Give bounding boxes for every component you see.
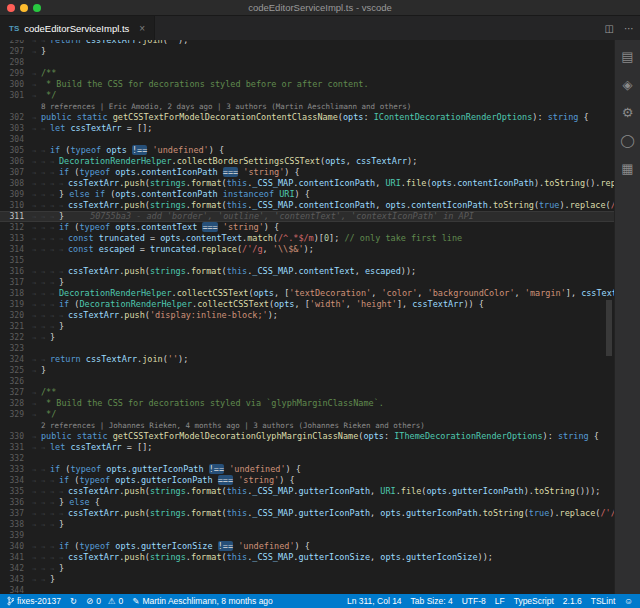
explorer-icon[interactable]: ▤ bbox=[621, 50, 633, 63]
line-number[interactable]: 315 bbox=[0, 255, 24, 266]
code-row[interactable]: 302→public static getCSSTextForModelDeco… bbox=[0, 112, 614, 123]
code-row[interactable]: 297→} bbox=[0, 46, 614, 57]
code-row[interactable]: 311→→→}50755ba3 - add 'border', 'outline… bbox=[0, 211, 614, 222]
sync-button[interactable]: ↻ bbox=[70, 596, 77, 606]
code-row[interactable]: 341→→→→cssTextArr.push(strings.format(th… bbox=[0, 552, 614, 563]
code-row[interactable]: 321→→→} bbox=[0, 321, 614, 332]
line-number[interactable]: 323 bbox=[0, 343, 24, 354]
code-row[interactable]: 308→→→→cssTextArr.push(strings.format(th… bbox=[0, 178, 614, 189]
code-row[interactable]: 304 bbox=[0, 134, 614, 145]
code-row[interactable]: 325→} bbox=[0, 365, 614, 376]
code-row[interactable]: 326 bbox=[0, 376, 614, 387]
line-number[interactable]: 310 bbox=[0, 200, 24, 211]
more-actions-icon[interactable]: ⋯ bbox=[624, 23, 634, 34]
line-number[interactable]: 342 bbox=[0, 563, 24, 574]
eol-item[interactable]: LF bbox=[495, 596, 505, 606]
line-number[interactable]: 304 bbox=[0, 134, 24, 145]
git-branch-item[interactable]: fixes-20137 bbox=[7, 596, 61, 606]
code-row[interactable]: 320→→→→cssTextArr.push('display:inline-b… bbox=[0, 310, 614, 321]
close-tab-icon[interactable]: × bbox=[139, 23, 145, 34]
code-row[interactable]: 338→→→} bbox=[0, 519, 614, 530]
line-number[interactable]: 303 bbox=[0, 123, 24, 134]
tab-codeeditorserviceimpl[interactable]: TS codeEditorServiceImpl.ts × bbox=[0, 16, 155, 40]
code-row[interactable]: 323 bbox=[0, 343, 614, 354]
line-number[interactable]: 328 bbox=[0, 398, 24, 409]
code-row[interactable]: 305→→if (typeof opts !== 'undefined') { bbox=[0, 145, 614, 156]
code-row[interactable]: 315 bbox=[0, 255, 614, 266]
zoom-window-button[interactable] bbox=[33, 4, 41, 12]
codelens-text[interactable]: 2 references | Johannes Rieken, 4 months… bbox=[24, 420, 614, 431]
code-row[interactable]: 309→→→} else if (opts.contentIconPath in… bbox=[0, 189, 614, 200]
line-number[interactable]: 326 bbox=[0, 376, 24, 387]
code-row[interactable]: 329→ */ bbox=[0, 409, 614, 420]
line-number[interactable]: 322 bbox=[0, 332, 24, 343]
encoding-item[interactable]: UTF-8 bbox=[462, 596, 486, 606]
code-row[interactable]: 312→→→if (typeof opts.contentText === 's… bbox=[0, 222, 614, 233]
code-row[interactable]: 335→→→→cssTextArr.push(strings.format(th… bbox=[0, 486, 614, 497]
feedback-smiley-icon[interactable]: ☺ bbox=[624, 596, 633, 606]
line-number[interactable]: 335 bbox=[0, 486, 24, 497]
split-editor-icon[interactable]: ◫ bbox=[605, 23, 614, 34]
code-row[interactable]: 322→→} bbox=[0, 332, 614, 343]
scrollbar-thumb[interactable] bbox=[606, 300, 612, 356]
line-number[interactable]: 327 bbox=[0, 387, 24, 398]
codelens-text[interactable]: 8 references | Eric Amodio, 2 days ago |… bbox=[24, 101, 614, 112]
editor-scrollbar[interactable] bbox=[604, 40, 614, 594]
line-number[interactable]: 331 bbox=[0, 442, 24, 453]
line-number[interactable]: 336 bbox=[0, 497, 24, 508]
code-row[interactable]: 324→→return cssTextArr.join(''); bbox=[0, 354, 614, 365]
code-row[interactable]: 328→ * Build the CSS for decorations sty… bbox=[0, 398, 614, 409]
code-row[interactable]: 306→→→DecorationRenderHelper.collectBord… bbox=[0, 156, 614, 167]
code-row[interactable]: 342→→→} bbox=[0, 563, 614, 574]
code-row[interactable]: 310→→→→cssTextArr.push(strings.format(th… bbox=[0, 200, 614, 211]
line-number[interactable]: 305 bbox=[0, 145, 24, 156]
line-number[interactable]: 318 bbox=[0, 288, 24, 299]
code-row[interactable]: 301→ */ bbox=[0, 90, 614, 101]
code-row[interactable]: 334→→→if (typeof opts.gutterIconPath ===… bbox=[0, 475, 614, 486]
line-number[interactable]: 332 bbox=[0, 453, 24, 464]
line-number[interactable]: 330 bbox=[0, 431, 24, 442]
line-number[interactable]: 321 bbox=[0, 321, 24, 332]
line-number[interactable]: 338 bbox=[0, 519, 24, 530]
line-number[interactable]: 344 bbox=[0, 585, 24, 594]
code-row[interactable]: 300→ * Build the CSS for decorations sty… bbox=[0, 79, 614, 90]
line-number[interactable]: 316 bbox=[0, 266, 24, 277]
line-number[interactable]: 314 bbox=[0, 244, 24, 255]
codelens-row[interactable]: 8 references | Eric Amodio, 2 days ago |… bbox=[0, 101, 614, 112]
indentation-item[interactable]: Tab Size: 4 bbox=[411, 596, 453, 606]
line-number[interactable]: 306 bbox=[0, 156, 24, 167]
line-number[interactable]: 329 bbox=[0, 409, 24, 420]
line-number[interactable] bbox=[0, 101, 24, 112]
code-row[interactable]: 303→→let cssTextArr = []; bbox=[0, 123, 614, 134]
code-row[interactable]: 319→→→if (DecorationRenderHelper.collect… bbox=[0, 299, 614, 310]
line-number[interactable]: 337 bbox=[0, 508, 24, 519]
code-row[interactable]: 336→→→} else { bbox=[0, 497, 614, 508]
line-number[interactable]: 298 bbox=[0, 57, 24, 68]
cursor-position-item[interactable]: Ln 311, Col 14 bbox=[347, 596, 402, 606]
code-row[interactable]: 339 bbox=[0, 530, 614, 541]
extensions-icon[interactable]: ▦ bbox=[621, 162, 633, 175]
line-number[interactable]: 301 bbox=[0, 90, 24, 101]
code-row[interactable]: 316→→→→cssTextArr.push(strings.format(th… bbox=[0, 266, 614, 277]
code-row[interactable]: 333→→if (typeof opts.gutterIconPath !== … bbox=[0, 464, 614, 475]
line-number[interactable]: 309 bbox=[0, 189, 24, 200]
line-number[interactable] bbox=[0, 420, 24, 431]
settings-gear-icon[interactable]: ⚙ bbox=[622, 106, 634, 119]
code-row[interactable]: 299→/** bbox=[0, 68, 614, 79]
tslint-item[interactable]: TSLint bbox=[591, 596, 616, 606]
problems-item[interactable]: ⊘ 0 ⚠ 0 bbox=[86, 596, 123, 606]
gitlens-icon[interactable]: ◈ bbox=[623, 78, 633, 91]
code-row[interactable]: 337→→→→cssTextArr.push(strings.format(th… bbox=[0, 508, 614, 519]
code-editor[interactable]: 296→→return cssTextArr.join('');297→}298… bbox=[0, 40, 614, 594]
line-number[interactable]: 313 bbox=[0, 233, 24, 244]
line-number[interactable]: 334 bbox=[0, 475, 24, 486]
typescript-version-item[interactable]: 2.1.6 bbox=[563, 596, 582, 606]
line-number[interactable]: 299 bbox=[0, 68, 24, 79]
line-number[interactable]: 302 bbox=[0, 112, 24, 123]
close-window-button[interactable] bbox=[7, 4, 15, 12]
code-row[interactable]: 330→public static getCSSTextForModelDeco… bbox=[0, 431, 614, 442]
code-row[interactable]: 298 bbox=[0, 57, 614, 68]
code-row[interactable]: 343→→} bbox=[0, 574, 614, 585]
line-number[interactable]: 311 bbox=[0, 211, 24, 222]
code-row[interactable]: 332 bbox=[0, 453, 614, 464]
